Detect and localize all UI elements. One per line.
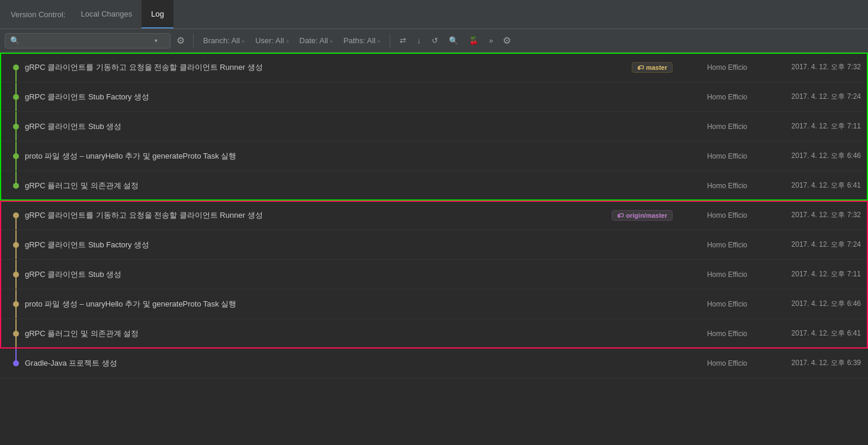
commit-author: Homo Efficio (677, 152, 754, 160)
search-chevron-icon: ▾ (155, 37, 157, 44)
tab-bar: Version Control: Local Changes Log (0, 0, 868, 29)
graph-col (7, 201, 25, 230)
graph-col (7, 230, 25, 259)
commit-message: gRPC 클라이언트 Stub Factory 생성 (25, 92, 677, 102)
graph-col (7, 260, 25, 289)
commit-date: 2017. 4. 12. 오후 6:39 (754, 358, 861, 368)
settings-icon-right[interactable]: ⚙ (500, 34, 513, 47)
commit-message: gRPC 클라이언트 Stub 생성 (25, 269, 677, 280)
commit-author: Homo Efficio (677, 359, 754, 367)
graph-col (7, 82, 25, 111)
table-row[interactable]: proto 파일 생성 – unaryHello 추가 및 generatePr… (0, 141, 868, 171)
commit-author: Homo Efficio (677, 182, 754, 190)
graph-col (7, 171, 25, 200)
commit-message: gRPC 클라이언트를 기동하고 요청을 전송할 클라이언트 Runner 생성 (25, 210, 612, 221)
table-row[interactable]: gRPC 클라이언트를 기동하고 요청을 전송할 클라이언트 Runner 생성… (0, 201, 868, 230)
commit-author: Homo Efficio (677, 122, 754, 131)
paths-caret-icon: ⬦ (377, 38, 380, 44)
commit-date: 2017. 4. 12. 오후 6:46 (754, 151, 861, 161)
search-box[interactable]: 🔍 ▾ (5, 33, 171, 49)
commit-author: Homo Efficio (677, 93, 754, 101)
toolbar: 🔍 ▾ ⚙ Branch: All ⬦ User: All ⬦ Date: Al… (0, 29, 868, 53)
commit-date: 2017. 4. 12. 오후 7:32 (754, 210, 861, 220)
commit-message: gRPC 플러그인 및 의존관계 설정 (25, 180, 677, 191)
separator-2 (390, 34, 390, 48)
commit-message: gRPC 플러그인 및 의존관계 설정 (25, 328, 677, 339)
date-label: Date: All (300, 36, 328, 45)
commit-date: 2017. 4. 12. 오후 6:41 (754, 180, 861, 191)
date-caret-icon: ⬦ (330, 38, 333, 44)
commit-message: gRPC 클라이언트 Stub 생성 (25, 121, 677, 132)
version-control-label: Version Control: (5, 10, 72, 19)
user-label: User: All (255, 36, 284, 45)
graph-col (7, 112, 25, 141)
master-tag-badge: 🏷master (632, 62, 673, 73)
branch-compare-button[interactable]: ⇄ (396, 34, 410, 47)
commit-message: gRPC 클라이언트를 기동하고 요청을 전송할 클라이언트 Runner 생성 (25, 62, 632, 73)
tab-log[interactable]: Log (142, 0, 173, 28)
commit-author: Homo Efficio (677, 63, 754, 72)
commit-date: 2017. 4. 12. 오후 7:32 (754, 62, 861, 72)
find-button[interactable]: 🔍 (445, 34, 462, 47)
table-row[interactable]: gRPC 클라이언트 Stub Factory 생성 Homo Efficio … (0, 82, 868, 112)
commit-date: 2017. 4. 12. 오후 7:11 (754, 121, 861, 131)
graph-col (7, 53, 25, 82)
tag-icon: 🏷 (637, 64, 644, 71)
commit-author: Homo Efficio (677, 211, 754, 220)
date-filter[interactable]: Date: All ⬦ (296, 34, 336, 47)
commit-message: proto 파일 생성 – unaryHello 추가 및 generatePr… (25, 299, 677, 309)
commit-date: 2017. 4. 12. 오후 6:46 (754, 299, 861, 309)
user-caret-icon: ⬦ (286, 38, 289, 44)
table-row[interactable]: proto 파일 생성 – unaryHello 추가 및 generatePr… (0, 289, 868, 319)
paths-filter[interactable]: Paths: All ⬦ (340, 34, 384, 47)
cherry-pick-button[interactable]: 🍒 (465, 34, 482, 47)
tab-local-changes[interactable]: Local Changes (72, 0, 142, 28)
commit-author: Homo Efficio (677, 300, 754, 308)
branch-label: Branch: All (203, 36, 240, 45)
commit-rows-wrapper: gRPC 클라이언트를 기동하고 요청을 전송할 클라이언트 Runner 생성… (0, 53, 868, 378)
tag-icon: 🏷 (617, 212, 623, 219)
commit-date: 2017. 4. 12. 오후 7:11 (754, 269, 861, 279)
more-button[interactable]: » (486, 34, 497, 47)
user-filter[interactable]: User: All ⬦ (252, 34, 292, 47)
search-icon: 🔍 (10, 36, 20, 45)
commit-date: 2017. 4. 12. 오후 7:24 (754, 92, 861, 102)
table-row[interactable]: gRPC 플러그인 및 의존관계 설정 Homo Efficio 2017. 4… (0, 319, 868, 349)
graph-col (7, 289, 25, 318)
commit-list: gRPC 클라이언트를 기동하고 요청을 전송할 클라이언트 Runner 생성… (0, 53, 868, 445)
table-row[interactable]: Gradle-Java 프로젝트 생성 Homo Efficio 2017. 4… (0, 349, 868, 378)
fetch-button[interactable]: ↓ (413, 34, 425, 47)
graph-col (7, 319, 25, 348)
table-row[interactable]: gRPC 클라이언트 Stub 생성 Homo Efficio 2017. 4.… (0, 112, 868, 141)
commit-author: Homo Efficio (677, 270, 754, 279)
commit-message: gRPC 클라이언트 Stub Factory 생성 (25, 240, 677, 250)
table-row[interactable]: gRPC 클라이언트 Stub 생성 Homo Efficio 2017. 4.… (0, 260, 868, 289)
branch-filter[interactable]: Branch: All ⬦ (200, 34, 248, 47)
origin-master-tag-badge: 🏷origin/master (612, 210, 673, 221)
table-row[interactable]: gRPC 클라이언트를 기동하고 요청을 전송할 클라이언트 Runner 생성… (0, 53, 868, 82)
commit-date: 2017. 4. 12. 오후 7:24 (754, 240, 861, 250)
commit-message: proto 파일 생성 – unaryHello 추가 및 generatePr… (25, 151, 677, 162)
commit-author: Homo Efficio (677, 330, 754, 338)
branch-caret-icon: ⬦ (242, 38, 245, 44)
table-row[interactable]: gRPC 클라이언트 Stub Factory 생성 Homo Efficio … (0, 230, 868, 260)
search-input[interactable] (22, 36, 152, 45)
graph-col (7, 349, 25, 378)
settings-icon-left[interactable]: ⚙ (174, 34, 187, 47)
graph-col (7, 141, 25, 170)
table-row[interactable]: gRPC 플러그인 및 의존관계 설정 Homo Efficio 2017. 4… (0, 171, 868, 201)
commit-message: Gradle-Java 프로젝트 생성 (25, 358, 677, 369)
commit-date: 2017. 4. 12. 오후 6:41 (754, 328, 861, 338)
refresh-button[interactable]: ↺ (428, 34, 442, 47)
commit-author: Homo Efficio (677, 241, 754, 249)
paths-label: Paths: All (343, 36, 375, 45)
separator-1 (193, 34, 194, 48)
